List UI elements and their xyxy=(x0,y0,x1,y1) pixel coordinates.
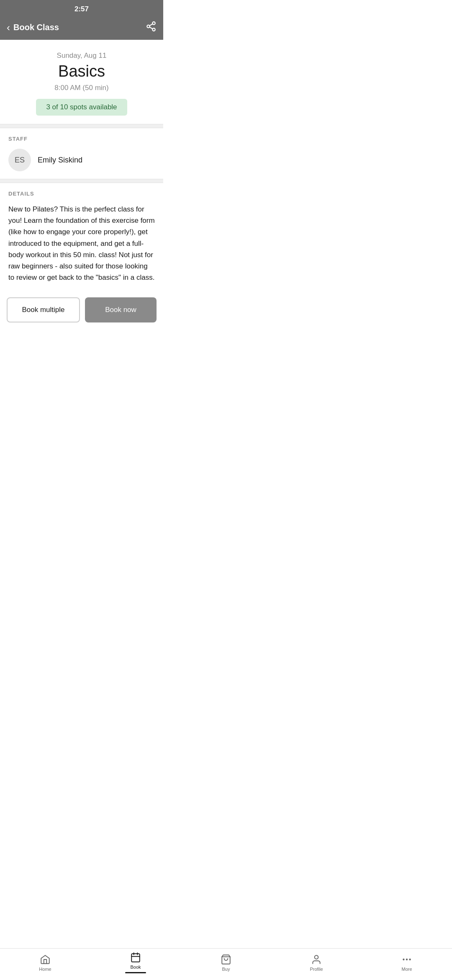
staff-name: Emily Siskind xyxy=(38,156,82,165)
divider-2 xyxy=(0,179,163,183)
staff-avatar: ES xyxy=(8,149,31,171)
back-button[interactable]: ‹ Book Class xyxy=(7,23,59,33)
status-time: 2:57 xyxy=(74,5,89,13)
staff-section-label: STAFF xyxy=(8,136,155,142)
book-now-button[interactable]: Book now xyxy=(85,297,157,322)
divider-1 xyxy=(0,124,163,128)
hero-section: Sunday, Aug 11 Basics 8:00 AM (50 min) 3… xyxy=(0,40,163,124)
share-button[interactable] xyxy=(146,21,157,34)
svg-line-4 xyxy=(149,24,152,26)
action-buttons: Book multiple Book now xyxy=(0,291,163,331)
status-bar: 2:57 xyxy=(0,0,163,17)
nav-title: Book Class xyxy=(13,23,59,32)
nav-bar: ‹ Book Class xyxy=(0,17,163,40)
back-arrow-icon: ‹ xyxy=(7,23,10,33)
class-name: Basics xyxy=(8,62,155,80)
main-content: Sunday, Aug 11 Basics 8:00 AM (50 min) 3… xyxy=(0,40,163,373)
details-section-label: DETAILS xyxy=(8,191,155,197)
details-section: DETAILS New to Pilates? This is the perf… xyxy=(0,183,163,291)
staff-initials: ES xyxy=(15,156,25,165)
staff-section: STAFF ES Emily Siskind xyxy=(0,128,163,179)
details-text: New to Pilates? This is the perfect clas… xyxy=(8,204,155,283)
svg-line-3 xyxy=(149,27,152,29)
book-multiple-button[interactable]: Book multiple xyxy=(7,297,80,322)
class-time: 8:00 AM (50 min) xyxy=(8,84,155,92)
spots-badge: 3 of 10 spots available xyxy=(36,99,127,116)
class-date: Sunday, Aug 11 xyxy=(8,52,155,60)
staff-row: ES Emily Siskind xyxy=(8,149,155,171)
